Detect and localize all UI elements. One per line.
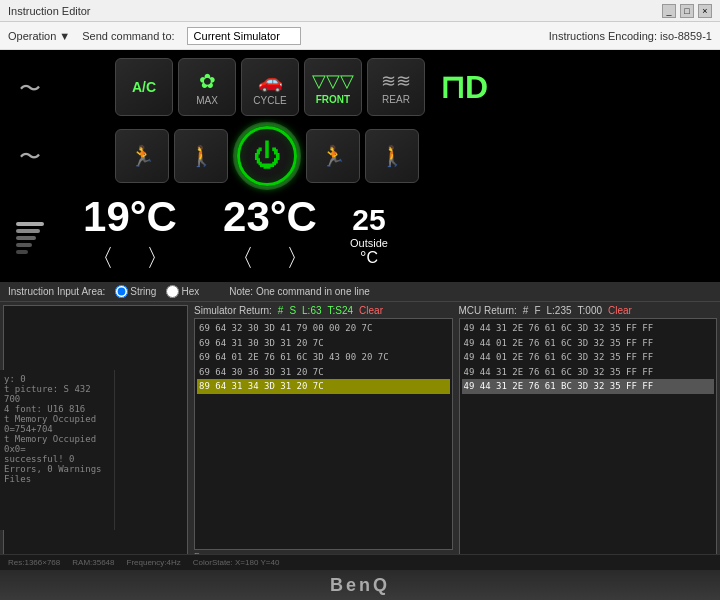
max-button[interactable]: ✿ MAX: [178, 58, 236, 116]
hex-radio[interactable]: [166, 285, 179, 298]
mcu-col-hash: #: [523, 305, 529, 316]
seat-heat-right-high-icon: 🏃: [321, 144, 346, 168]
temp-left-decrease[interactable]: 〈: [90, 242, 114, 274]
rear-label: REAR: [382, 94, 410, 105]
temp-right-block: 23°C 〈 〉: [200, 196, 340, 274]
fan-bar-3: [16, 236, 36, 240]
temp-right-arrows: 〈 〉: [230, 242, 310, 274]
benq-logo: BenQ: [330, 575, 390, 596]
temp-left-value: 19°C: [83, 196, 177, 238]
hex-radio-label[interactable]: Hex: [166, 285, 199, 298]
string-radio-label[interactable]: String: [115, 285, 156, 298]
sim-log-line: 69 64 01 2E 76 61 6C 3D 43 00 20 7C: [197, 350, 450, 365]
mcu-col-l: L:235: [547, 305, 572, 316]
sim-log-line: 69 64 31 30 3D 31 20 7C: [197, 336, 450, 351]
maximize-button[interactable]: □: [680, 4, 694, 18]
mcu-log-line: 49 44 01 2E 76 61 6C 3D 32 35 FF FF: [462, 350, 715, 365]
left-console: y: 0 t picture: S 432 700 4 font: U16 81…: [0, 370, 115, 530]
cycle-button[interactable]: 🚗 CYCLE: [241, 58, 299, 116]
window-title: Instruction Editor: [8, 5, 91, 17]
power-button[interactable]: ⏻: [233, 122, 301, 190]
fan-bar-5: [16, 250, 28, 254]
rear-button[interactable]: ≋≋ REAR: [367, 58, 425, 116]
toolbar: Operation ▼ Send command to: Current Sim…: [0, 22, 720, 50]
fan-level-indicator: [16, 222, 44, 254]
seat-heat-right-low-button[interactable]: 🚶: [365, 129, 419, 183]
front-icon: ▽▽▽: [312, 70, 354, 92]
power-ring: ⏻: [237, 126, 297, 186]
mcu-clear-button[interactable]: Clear: [608, 305, 632, 316]
sim-log: 69 64 32 30 3D 41 79 00 00 20 7C 69 64 3…: [194, 318, 453, 550]
mcu-log-line-highlighted: 49 44 31 2E 76 61 BC 3D 32 35 FF FF: [462, 379, 715, 394]
simulator-area: Simulator Return: # S L:63 T:S24 Clear 6…: [194, 305, 453, 561]
power-icon: ⏻: [253, 142, 281, 170]
window-controls[interactable]: _ □ ×: [662, 4, 712, 18]
app-status-bar: Res:1366×768 RAM:35648 Frequency:4Hz Col…: [0, 554, 720, 570]
monitor-info: Res:1366×768: [8, 558, 60, 567]
sim-col-t: T:S24: [328, 305, 354, 316]
mcu-log: 49 44 31 2E 76 61 6C 3D 32 35 FF FF 49 4…: [459, 318, 718, 561]
monitor-base: BenQ: [0, 570, 720, 600]
temp-left-block: 19°C 〈 〉: [60, 196, 200, 274]
cycle-label: CYCLE: [253, 95, 286, 106]
mcu-log-line: 49 44 01 2E 76 61 6C 3D 32 35 FF FF: [462, 336, 715, 351]
mcu-log-line: 49 44 31 2E 76 61 6C 3D 32 35 FF FF: [462, 321, 715, 336]
cycle-icon: 🚗: [258, 69, 283, 93]
mcu-log-line: 49 44 31 2E 76 61 6C 3D 32 35 FF FF: [462, 365, 715, 380]
sim-col-hash: #: [278, 305, 284, 316]
temp-right-increase[interactable]: 〉: [286, 242, 310, 274]
mcu-col-t: T:000: [578, 305, 602, 316]
front-label: FRONT: [316, 94, 350, 105]
climate-display: 〜 〜 A/C: [0, 50, 720, 282]
monitor-ram: RAM:35648: [72, 558, 114, 567]
console-line: t picture: S 432 700: [4, 384, 110, 404]
bottom-top-bar: Instruction Input Area: String Hex Note:…: [0, 282, 720, 302]
mcu-area: MCU Return: # F L:235 T:000 Clear 49 44 …: [459, 305, 718, 561]
ac-button[interactable]: A/C: [115, 58, 173, 116]
console-line: 4 font: U16 816: [4, 404, 110, 414]
console-line: t Memory Occupied 0=754+704: [4, 414, 110, 434]
simulator-dropdown[interactable]: Current Simulator: [187, 27, 301, 45]
seat-heat-left-low-icon: 🚶: [189, 144, 214, 168]
ac-label: A/C: [132, 79, 156, 95]
close-button[interactable]: ×: [698, 4, 712, 18]
monitor-color: ColorState: X=180 Y=40: [193, 558, 280, 567]
max-label: MAX: [196, 95, 218, 106]
note-label: Note: One command in one line: [229, 286, 370, 297]
sim-header: Simulator Return: # S L:63 T:S24 Clear: [194, 305, 453, 316]
outside-label: Outside: [350, 237, 388, 249]
seat-heat-left-high-icon: 🏃: [130, 144, 155, 168]
headlight-area: ⊓D: [440, 68, 488, 106]
mcu-col-f: F: [534, 305, 540, 316]
fan-bar-1: [16, 222, 44, 226]
seat-heat-right-high-button[interactable]: 🏃: [306, 129, 360, 183]
second-button-row: 🏃 🚶 ⏻ 🏃: [60, 122, 712, 190]
climate-main-area: A/C ✿ MAX 🚗 CYCLE ▽▽▽ FRONT: [60, 50, 720, 282]
sim-clear-button[interactable]: Clear: [359, 305, 383, 316]
fan-bar-2: [16, 229, 40, 233]
left-climate-icons: 〜 〜: [0, 50, 60, 282]
monitor-freq: Frequency:4Hz: [127, 558, 181, 567]
front-button[interactable]: ▽▽▽ FRONT: [304, 58, 362, 116]
console-line: y: 0: [4, 374, 110, 384]
rear-icon: ≋≋: [381, 70, 411, 92]
window-chrome: Instruction Editor _ □ ×: [0, 0, 720, 22]
mcu-header: MCU Return: # F L:235 T:000 Clear: [459, 305, 718, 316]
temp-left-arrows: 〈 〉: [90, 242, 170, 274]
string-radio[interactable]: [115, 285, 128, 298]
seat-heat-left-low-button[interactable]: 🚶: [174, 129, 228, 183]
minimize-button[interactable]: _: [662, 4, 676, 18]
operation-menu[interactable]: Operation ▼: [8, 30, 70, 42]
encoding-label: Instructions Encoding: iso-8859-1: [549, 30, 712, 42]
temp-right-decrease[interactable]: 〈: [230, 242, 254, 274]
outside-temp-value: 25: [352, 203, 385, 237]
fan-bar-4: [16, 243, 32, 247]
seat-heat-left-high-button[interactable]: 🏃: [115, 129, 169, 183]
sim-log-line: 69 64 30 36 3D 31 20 7C: [197, 365, 450, 380]
temp-left-increase[interactable]: 〉: [146, 242, 170, 274]
sim-col-s: S: [289, 305, 296, 316]
seat-heat-right-low-icon: 🚶: [380, 144, 405, 168]
sim-log-line-highlighted: 89 64 31 34 3D 31 20 7C: [197, 379, 450, 394]
top-button-row: A/C ✿ MAX 🚗 CYCLE ▽▽▽ FRONT: [60, 58, 712, 116]
outside-unit: °C: [360, 249, 378, 267]
